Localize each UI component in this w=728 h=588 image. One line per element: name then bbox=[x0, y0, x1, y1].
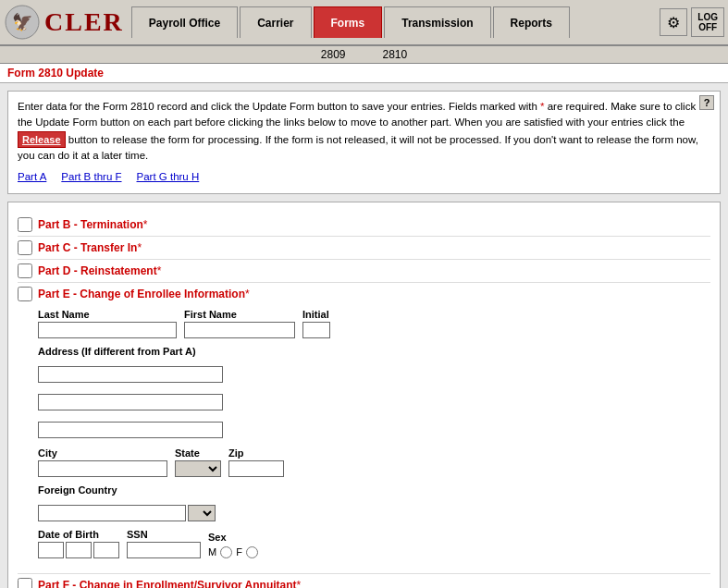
sex-f-radio[interactable] bbox=[246, 546, 258, 558]
part-e-label: Part E - Change of Enrollee Information* bbox=[38, 288, 250, 300]
dob-group: Date of Birth bbox=[38, 529, 119, 558]
dob-day-input[interactable] bbox=[66, 542, 92, 558]
sub-header: 2809 2810 bbox=[0, 46, 728, 64]
sex-f-label: F bbox=[236, 546, 242, 557]
address-label: Address (If different from Part A) bbox=[38, 346, 196, 357]
foreign-country-label: Foreign Country bbox=[38, 484, 117, 496]
part-e-row: Part E - Change of Enrollee Information*… bbox=[18, 283, 710, 574]
svg-text:🦅: 🦅 bbox=[12, 12, 33, 32]
part-d-checkbox[interactable] bbox=[18, 263, 32, 278]
name-row: Last Name First Name Initial bbox=[38, 309, 710, 338]
initial-input[interactable] bbox=[302, 322, 330, 338]
dob-month-input[interactable] bbox=[38, 542, 64, 558]
part-f-label: Part F - Change in Enrollment/Survivor A… bbox=[38, 579, 301, 589]
sex-group: Sex M F bbox=[208, 532, 258, 558]
part-f-row: Part F - Change in Enrollment/Survivor A… bbox=[18, 574, 710, 589]
sex-radio-group: M F bbox=[208, 546, 258, 558]
first-name-label: First Name bbox=[184, 309, 295, 320]
info-text-3: button to release the form for processin… bbox=[18, 134, 698, 162]
link-part-g-thru-h[interactable]: Part G thru H bbox=[137, 169, 200, 185]
foreign-country-input[interactable] bbox=[38, 505, 186, 521]
info-box: ? Enter data for the Form 2810 record an… bbox=[7, 91, 721, 194]
sex-label: Sex bbox=[208, 532, 258, 543]
part-c-checkbox[interactable] bbox=[18, 240, 32, 255]
city-label: City bbox=[38, 447, 167, 459]
tab-forms[interactable]: Forms bbox=[314, 6, 383, 38]
logoff-button[interactable]: LOGOFF bbox=[691, 7, 724, 37]
tab-payroll[interactable]: Payroll Office bbox=[131, 6, 238, 38]
part-c-label: Part C - Transfer In* bbox=[38, 241, 142, 254]
info-links: Part A Part B thru F Part G thru H bbox=[18, 169, 710, 185]
address-input-3[interactable] bbox=[38, 422, 223, 438]
first-name-group: First Name bbox=[184, 309, 295, 338]
city-state-zip-row: City State Zip bbox=[38, 447, 710, 477]
sex-m-label: M bbox=[208, 546, 216, 557]
part-c-row: Part C - Transfer In* bbox=[18, 237, 710, 260]
zip-group: Zip bbox=[228, 447, 284, 477]
foreign-country-row: Foreign Country bbox=[38, 484, 710, 521]
main-content: ? Enter data for the Form 2810 record an… bbox=[0, 83, 728, 588]
address-input-2[interactable] bbox=[38, 394, 223, 410]
ssn-group: SSN bbox=[127, 529, 201, 558]
part-b-checkbox[interactable] bbox=[18, 217, 32, 232]
initial-group: Initial bbox=[302, 309, 330, 338]
logo-area: 🦅 CLER bbox=[4, 4, 124, 41]
dob-label: Date of Birth bbox=[38, 529, 119, 540]
ssn-label: SSN bbox=[127, 529, 201, 540]
state-select[interactable] bbox=[175, 460, 221, 477]
dob-ssn-sex-row: Date of Birth SSN Sex bbox=[38, 529, 710, 558]
address-row: Address (If different from Part A) bbox=[38, 346, 710, 440]
part-b-label: Part B - Termination* bbox=[38, 218, 147, 231]
gear-icon: ⚙ bbox=[667, 14, 680, 31]
foreign-country-select[interactable] bbox=[188, 505, 216, 521]
state-group: State bbox=[175, 447, 221, 477]
city-input[interactable] bbox=[38, 460, 167, 477]
form-number-2809: 2809 bbox=[321, 48, 346, 61]
tab-carrier[interactable]: Carrier bbox=[240, 6, 311, 38]
part-d-row: Part D - Reinstatement* bbox=[18, 260, 710, 283]
link-part-a[interactable]: Part A bbox=[18, 169, 46, 185]
dob-year-input[interactable] bbox=[93, 542, 119, 558]
state-label: State bbox=[175, 447, 221, 459]
header-right: ⚙ LOGOFF bbox=[660, 7, 724, 37]
part-e-checkbox[interactable] bbox=[18, 287, 32, 301]
tab-reports[interactable]: Reports bbox=[493, 6, 570, 38]
logo-text: CLER bbox=[44, 7, 124, 37]
city-group: City bbox=[38, 447, 167, 477]
part-f-checkbox[interactable] bbox=[18, 578, 32, 589]
ssn-input[interactable] bbox=[127, 542, 201, 558]
release-inline-button[interactable]: Release bbox=[18, 131, 66, 149]
nav-tabs: Payroll Office Carrier Forms Transmissio… bbox=[131, 0, 660, 44]
help-icon[interactable]: ? bbox=[699, 95, 714, 110]
link-part-b-thru-f[interactable]: Part B thru F bbox=[61, 169, 121, 185]
form-sections: Part B - Termination* Part C - Transfer … bbox=[7, 202, 721, 589]
part-d-label: Part D - Reinstatement* bbox=[38, 264, 161, 277]
last-name-label: Last Name bbox=[38, 309, 177, 320]
initial-label: Initial bbox=[302, 309, 330, 320]
gear-button[interactable]: ⚙ bbox=[660, 8, 687, 36]
info-text-1: Enter data for the Form 2810 record and … bbox=[18, 101, 540, 112]
page-title: Form 2810 Update bbox=[7, 67, 104, 80]
header: 🦅 CLER Payroll Office Carrier Forms Tran… bbox=[0, 0, 728, 46]
tab-transmission[interactable]: Transmission bbox=[384, 6, 490, 38]
sex-m-radio[interactable] bbox=[220, 546, 232, 558]
dob-inputs bbox=[38, 542, 119, 558]
page-title-bar: Form 2810 Update bbox=[0, 64, 728, 83]
form-number-2810: 2810 bbox=[383, 48, 408, 61]
address-input-1[interactable] bbox=[38, 366, 223, 383]
part-e-fields: Last Name First Name Initial Address (If… bbox=[18, 301, 710, 570]
eagle-icon: 🦅 bbox=[4, 4, 41, 41]
last-name-input[interactable] bbox=[38, 322, 177, 338]
last-name-group: Last Name bbox=[38, 309, 177, 338]
zip-label: Zip bbox=[228, 447, 284, 459]
zip-input[interactable] bbox=[228, 460, 284, 477]
part-b-row: Part B - Termination* bbox=[18, 214, 710, 237]
first-name-input[interactable] bbox=[184, 322, 295, 338]
